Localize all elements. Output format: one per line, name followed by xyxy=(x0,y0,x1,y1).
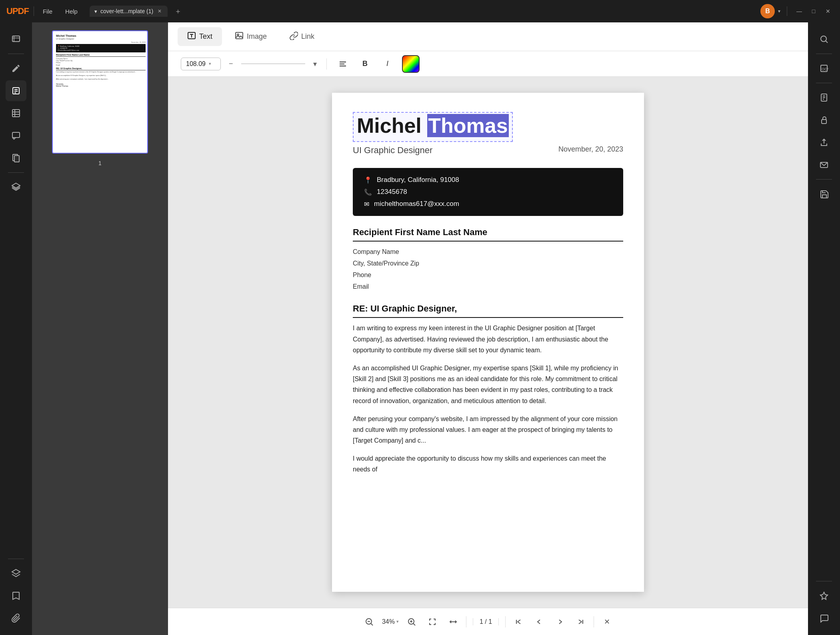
recipient-email: Email xyxy=(353,281,623,293)
body-paragraph-3: After perusing your company's website, I… xyxy=(353,413,623,446)
link-tab[interactable]: Link xyxy=(280,27,324,46)
first-page-button[interactable] xyxy=(510,614,526,630)
next-page-button[interactable] xyxy=(552,614,568,630)
svg-rect-40 xyxy=(822,120,826,124)
tab-close-button[interactable]: ✕ xyxy=(156,8,163,14)
name-selection-box: Michel Thomas xyxy=(353,112,513,142)
sidebar-attach-icon[interactable] xyxy=(6,608,26,629)
font-size-decrease-button[interactable]: − xyxy=(227,60,235,68)
right-ai-icon[interactable] xyxy=(814,585,834,606)
right-search-icon[interactable] xyxy=(814,29,834,50)
svg-rect-7 xyxy=(12,110,20,117)
window-controls: B ▾ — □ ✕ xyxy=(760,4,834,18)
svg-line-28 xyxy=(413,623,415,625)
right-chat-icon[interactable] xyxy=(814,608,834,629)
zoom-arrow-icon: ▾ xyxy=(396,619,399,624)
page-thumbnail[interactable]: Michel Thomas UI Graphic Designer Novemb… xyxy=(52,30,148,154)
bottom-separator-3 xyxy=(594,616,594,627)
text-tab-label: Text xyxy=(199,32,212,41)
color-picker-button[interactable] xyxy=(402,55,420,73)
zoom-display: 34% ▾ xyxy=(382,618,399,625)
tab-arrow: ▾ xyxy=(94,8,97,14)
control-separator xyxy=(787,6,787,16)
image-tab-label: Image xyxy=(247,32,267,41)
font-size-arrow-icon: ▾ xyxy=(209,61,211,66)
document-area: Text Image Link 108.09 xyxy=(168,22,808,635)
sidebar-bookmark-icon[interactable] xyxy=(6,585,26,606)
prev-page-button[interactable] xyxy=(531,614,547,630)
help-menu[interactable]: Help xyxy=(61,6,82,16)
thumbnail-page-number: 1 xyxy=(98,160,102,166)
sidebar-table-icon[interactable] xyxy=(6,103,26,124)
link-tab-icon xyxy=(289,31,298,42)
address-text: Bradbury, California, 91008 xyxy=(377,176,459,184)
svg-marker-42 xyxy=(820,592,828,599)
minimize-button[interactable]: — xyxy=(794,6,805,17)
app-logo: UPDF xyxy=(6,6,29,16)
last-page-button[interactable] xyxy=(573,614,589,630)
body-paragraph-1: I am writing to express my keen interest… xyxy=(353,323,623,355)
zoom-out-button[interactable] xyxy=(361,614,377,630)
font-size-slider-handle[interactable]: ▾ xyxy=(312,60,318,68)
right-separator-4 xyxy=(816,581,832,581)
zoom-in-button[interactable] xyxy=(404,614,420,630)
sidebar-comment-icon[interactable] xyxy=(6,125,26,146)
document-date: November, 20, 2023 xyxy=(558,145,623,154)
font-size-value: 108.09 xyxy=(186,60,206,68)
close-button[interactable]: ✕ xyxy=(822,6,834,17)
right-sidebar-bottom xyxy=(814,579,834,629)
right-sidebar: OCR xyxy=(808,22,840,635)
svg-rect-11 xyxy=(12,132,20,138)
font-size-selector[interactable]: 108.09 ▾ xyxy=(181,58,221,70)
italic-button[interactable]: I xyxy=(380,56,396,72)
sidebar-layers-bottom-icon[interactable] xyxy=(6,563,26,584)
sidebar-layers-icon[interactable] xyxy=(6,177,26,198)
contact-bar: 📍 Bradbury, California, 91008 📞 12345678… xyxy=(353,168,623,216)
new-tab-button[interactable]: ＋ xyxy=(172,6,184,17)
svg-line-24 xyxy=(371,623,373,625)
right-lock-icon[interactable] xyxy=(814,110,834,130)
document-name: Michel Thomas xyxy=(357,114,509,137)
right-separator-3 xyxy=(816,179,832,180)
bold-button[interactable]: B xyxy=(357,56,373,72)
dropdown-arrow-icon[interactable]: ▾ xyxy=(778,8,780,14)
file-menu[interactable]: File xyxy=(39,6,56,16)
font-size-slider-track[interactable] xyxy=(241,64,305,64)
company-name: Company Name xyxy=(353,246,623,258)
align-button[interactable] xyxy=(335,56,351,72)
recipient-name: Recipient First Name Last Name xyxy=(353,227,623,242)
right-page-icon[interactable] xyxy=(814,87,834,108)
bottom-separator-2 xyxy=(505,616,506,627)
svg-marker-15 xyxy=(12,569,20,574)
sidebar-edit-icon[interactable] xyxy=(6,80,26,101)
sidebar-read-icon[interactable] xyxy=(6,29,26,50)
fit-width-button[interactable] xyxy=(445,614,461,630)
user-avatar[interactable]: B xyxy=(760,4,775,18)
sidebar-separator-1 xyxy=(8,54,24,54)
svg-rect-0 xyxy=(12,36,20,42)
thumbnail-content: Michel Thomas UI Graphic Designer Novemb… xyxy=(56,34,146,150)
right-ocr-icon[interactable]: OCR xyxy=(814,58,834,79)
right-save-icon[interactable] xyxy=(814,184,834,204)
image-tab-icon xyxy=(235,31,244,42)
right-export-icon[interactable] xyxy=(814,132,834,153)
text-tab[interactable]: Text xyxy=(178,27,222,46)
bottom-separator-1 xyxy=(466,616,466,627)
right-email-icon[interactable] xyxy=(814,154,834,175)
fit-page-button[interactable] xyxy=(424,614,440,630)
title-bar: UPDF File Help ▾ cover-lett...mplate (1)… xyxy=(0,0,840,22)
toolbar-tabs: Text Image Link xyxy=(178,27,324,46)
right-separator-2 xyxy=(816,83,832,83)
tab-cover-letter[interactable]: ▾ cover-lett...mplate (1) ✕ xyxy=(90,6,168,17)
sidebar-pages-icon[interactable] xyxy=(6,148,26,168)
re-line: RE: UI Graphic Designer, xyxy=(353,304,623,318)
maximize-button[interactable]: □ xyxy=(808,6,819,17)
sidebar-separator-3 xyxy=(8,559,24,559)
close-fullscreen-button[interactable]: ✕ xyxy=(599,614,615,630)
document-scroll-area[interactable]: Michel Thomas UI Graphic Designer Novemb… xyxy=(168,77,808,608)
sidebar-separator-2 xyxy=(8,172,24,173)
image-tab[interactable]: Image xyxy=(225,27,276,46)
recipient-phone: Phone xyxy=(353,270,623,281)
email-item: ✉ michelthomas617@xxx.com xyxy=(364,200,612,208)
sidebar-pen-icon[interactable] xyxy=(6,58,26,79)
